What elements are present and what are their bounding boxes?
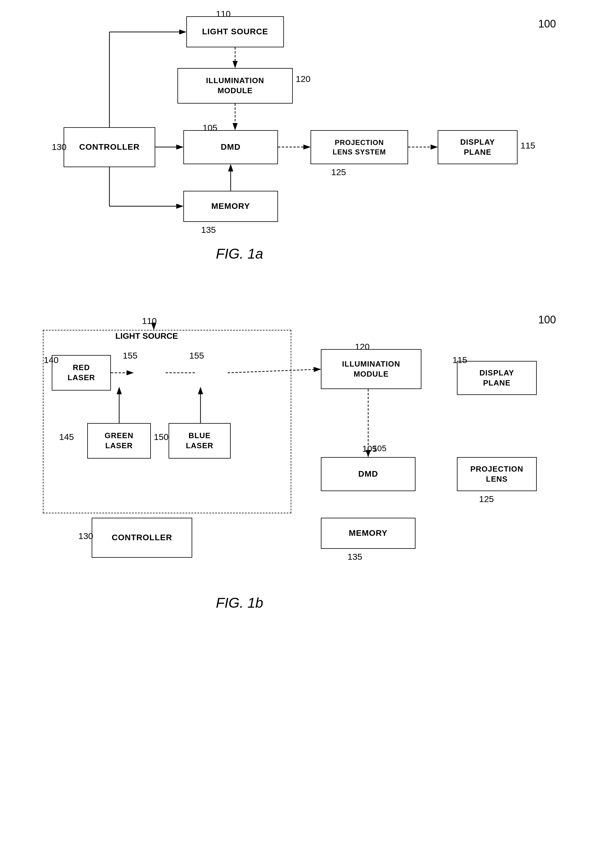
fig1b-illumination-box: ILLUMINATIONMODULE — [321, 349, 422, 389]
fig1a-ref-115: 115 — [520, 141, 535, 151]
fig1b-ref-150: 150 — [154, 432, 169, 442]
fig1b-ref-120: 120 — [355, 342, 370, 352]
fig1b-ref-145: 145 — [59, 432, 74, 442]
fig1b-ref-135: 135 — [347, 552, 362, 562]
fig1a-label: FIG. 1a — [216, 245, 263, 262]
diagram-container: 100 LIGHT SOURCE 110 ILLUMINATIONMODULE … — [0, 0, 616, 850]
fig1b-projection-box: PROJECTIONLENS — [457, 457, 537, 491]
fig1a-ref-105: 105 — [203, 123, 217, 133]
fig1b-red-laser-box: REDLASER — [52, 355, 111, 391]
fig1b-ref-125: 125 — [479, 494, 494, 504]
fig1b-label: FIG. 1b — [216, 595, 263, 611]
fig1a-ref-135: 135 — [201, 225, 216, 235]
fig1b-ref-155-1: 155 — [123, 350, 138, 361]
fig1b-light-source-label: LIGHT SOURCE — [115, 331, 178, 341]
fig1a-ref-120: 120 — [296, 74, 311, 84]
fig1b-ref-100: 100 — [538, 314, 556, 326]
fig1a-ref-110: 110 — [216, 9, 231, 19]
fig1a-ref-130: 130 — [52, 142, 67, 152]
fig1a-light-source-box: LIGHT SOURCE — [186, 16, 284, 47]
fig1a-memory-box: MEMORY — [183, 191, 278, 222]
fig1b-blue-laser-box: BLUELASER — [169, 423, 231, 459]
fig1a-illumination-box: ILLUMINATIONMODULE — [178, 68, 293, 103]
fig1b-controller-box: CONTROLLER — [92, 518, 192, 558]
fig1a-ref-100: 100 — [538, 18, 556, 30]
fig1a-controller-box: CONTROLLER — [64, 127, 155, 167]
fig1b-display-plane-box: DISPLAYPLANE — [457, 361, 537, 395]
fig1b-ref-155-2: 155 — [189, 350, 204, 361]
fig1b-memory-box: MEMORY — [321, 518, 416, 549]
fig1b-ref-140: 140 — [44, 355, 58, 365]
fig1b-ref-110: 110 — [142, 316, 157, 326]
fig1b-green-laser-box: GREENLASER — [87, 423, 151, 459]
fig1a-dmd-box: DMD — [183, 130, 278, 164]
fig1a-projection-box: PROJECTIONLENS SYSTEM — [311, 130, 408, 164]
fig1a-ref-125: 125 — [331, 167, 346, 177]
fig1b-ref-130: 130 — [78, 531, 93, 541]
fig1b-dmd-box: DMD — [321, 457, 416, 491]
fig1a-display-plane-box: DISPLAYPLANE — [438, 130, 517, 164]
fig1b-ref-115: 115 — [453, 355, 467, 365]
